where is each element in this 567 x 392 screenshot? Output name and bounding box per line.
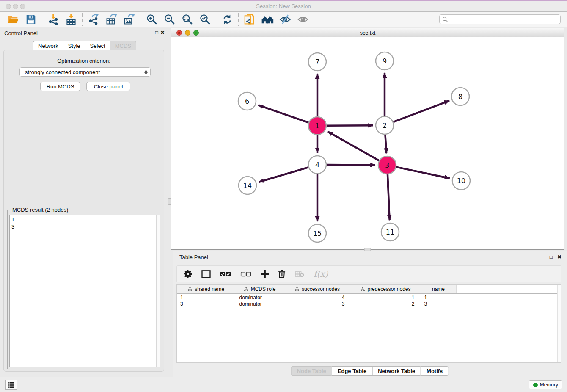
select-all-checkboxes-icon[interactable]	[220, 268, 231, 279]
column-header-shared-name[interactable]: shared name	[177, 285, 236, 294]
optimization-criterion-label: Optimization criterion:	[4, 58, 164, 64]
graph-edge-4-3[interactable]	[326, 165, 375, 165]
zoom-selected-icon[interactable]	[196, 13, 214, 26]
network-window-titlebar[interactable]: × − + scc.txt	[171, 28, 564, 37]
table-cell[interactable]: 3	[284, 301, 351, 307]
save-session-icon[interactable]	[22, 13, 40, 26]
column-label: MCDS role	[251, 286, 276, 292]
mcds-result-text[interactable]: 1 3	[9, 215, 160, 367]
control-panel: Control Panel □ ✖ Network Style Select M…	[0, 27, 168, 377]
column-header-name[interactable]: name	[421, 285, 456, 294]
mcds-result-group: MCDS result (2 nodes) 1 3	[7, 210, 162, 369]
table-cell[interactable]: 1	[421, 294, 456, 301]
home-icon[interactable]	[259, 13, 276, 26]
zoom-in-icon[interactable]	[143, 13, 160, 26]
criterion-select[interactable]: strongly connected component	[19, 67, 151, 77]
close-panel-button[interactable]: Close panel	[86, 82, 130, 91]
import-network-icon[interactable]	[44, 13, 62, 26]
deselect-all-checkboxes-icon[interactable]	[240, 268, 251, 279]
hide-graphics-details-icon[interactable]	[276, 13, 294, 26]
network-canvas[interactable]: 7968124314101511	[171, 37, 564, 249]
table-cell[interactable]: dominator	[236, 294, 284, 301]
table-cell-filler	[456, 301, 561, 307]
run-mcds-button[interactable]: Run MCDS	[40, 82, 80, 91]
table-cell-filler	[456, 294, 561, 301]
search-box[interactable]	[439, 14, 561, 24]
clone-network-icon[interactable]	[241, 13, 259, 26]
refresh-icon[interactable]	[218, 13, 236, 26]
table-cell[interactable]: dominator	[236, 301, 284, 307]
add-column-icon[interactable]	[261, 268, 269, 279]
control-panel-title: Control Panel	[4, 30, 38, 36]
open-session-icon[interactable]	[4, 13, 22, 26]
tab-motifs[interactable]: Motifs	[421, 366, 449, 376]
network-window-title: scc.txt	[171, 30, 564, 36]
table-cell[interactable]: 1	[351, 294, 421, 301]
search-input[interactable]	[448, 17, 558, 22]
tab-network-table[interactable]: Network Table	[372, 366, 421, 376]
panel-selector-button[interactable]	[5, 380, 17, 390]
table-cell[interactable]: 3	[177, 301, 236, 307]
network-view-window: × − + scc.txt 7968124314101511	[171, 28, 564, 250]
graph-edge-2-8[interactable]	[393, 101, 449, 122]
column-type-icon	[188, 287, 192, 293]
list-icon	[8, 382, 14, 388]
graph-node-label: 15	[313, 229, 322, 237]
delete-columns-trash-icon[interactable]	[278, 268, 286, 279]
toolbar-separator	[42, 13, 42, 26]
column-header-successor-nodes[interactable]: successor nodes	[284, 285, 351, 294]
memory-label: Memory	[540, 382, 558, 388]
tab-node-table[interactable]: Node Table	[291, 366, 332, 376]
import-table-icon[interactable]	[62, 13, 80, 26]
table-row[interactable]: 3dominator323	[177, 301, 561, 307]
graph-node-label: 4	[315, 161, 319, 169]
status-bar: Memory	[0, 377, 567, 392]
graph-edge-2-3[interactable]	[385, 134, 386, 153]
close-table-panel-icon[interactable]: ✖	[557, 254, 561, 259]
table-cell[interactable]: 1	[177, 294, 236, 301]
close-panel-icon[interactable]: ✖	[160, 30, 165, 35]
delete-table-icon[interactable]	[295, 268, 304, 279]
table-header-row: shared name MCDS role successor nodes pr…	[177, 285, 561, 294]
column-header-mcds-role[interactable]: MCDS role	[236, 285, 284, 294]
window-title: Session: New Session	[0, 3, 567, 9]
graph-node-label: 1	[315, 122, 319, 130]
float-panel-icon[interactable]: □	[155, 30, 158, 35]
table-row[interactable]: 1dominator411	[177, 294, 561, 301]
split-view-icon[interactable]	[201, 268, 211, 279]
graph-edge-4-14[interactable]	[259, 167, 309, 182]
column-header-predecessor-nodes[interactable]: predecessor nodes	[351, 285, 421, 294]
float-table-panel-icon[interactable]: □	[550, 254, 553, 259]
graph-edge-1-6[interactable]	[258, 105, 309, 123]
main-toolbar	[0, 12, 567, 27]
table-scrollbar[interactable]	[557, 285, 561, 362]
column-settings-gear-icon[interactable]	[184, 268, 192, 279]
table-cell[interactable]: 4	[284, 294, 351, 301]
show-graphics-details-icon[interactable]	[294, 13, 312, 26]
memory-button[interactable]: Memory	[529, 380, 562, 389]
export-table-icon[interactable]	[102, 13, 120, 26]
column-type-icon	[295, 287, 299, 293]
graph-edge-3-1[interactable]	[328, 132, 380, 161]
graph-node-label: 11	[386, 228, 394, 236]
graph-edge-3-10[interactable]	[396, 167, 450, 178]
table-cell[interactable]: 2	[351, 301, 421, 307]
graph-node-label: 14	[243, 182, 252, 190]
table-toolbar: f(x)	[176, 265, 561, 282]
control-panel-header: Control Panel □ ✖	[0, 27, 168, 38]
result-scrollbar[interactable]	[156, 215, 160, 367]
toolbar-separator	[238, 13, 239, 26]
table-cell[interactable]: 3	[421, 301, 456, 307]
function-builder-icon[interactable]: f(x)	[314, 269, 328, 279]
graph-edge-1-2[interactable]	[326, 125, 373, 126]
export-image-icon[interactable]	[120, 13, 138, 26]
column-label: shared name	[195, 286, 224, 292]
tab-edge-table[interactable]: Edge Table	[332, 366, 372, 376]
column-header-filler	[456, 285, 561, 294]
zoom-fit-icon[interactable]	[178, 13, 196, 26]
memory-status-icon	[533, 383, 538, 387]
export-network-icon[interactable]	[85, 13, 102, 26]
toolbar-separator	[82, 13, 83, 26]
graph-edge-3-11[interactable]	[388, 174, 390, 220]
zoom-out-icon[interactable]	[160, 13, 178, 26]
